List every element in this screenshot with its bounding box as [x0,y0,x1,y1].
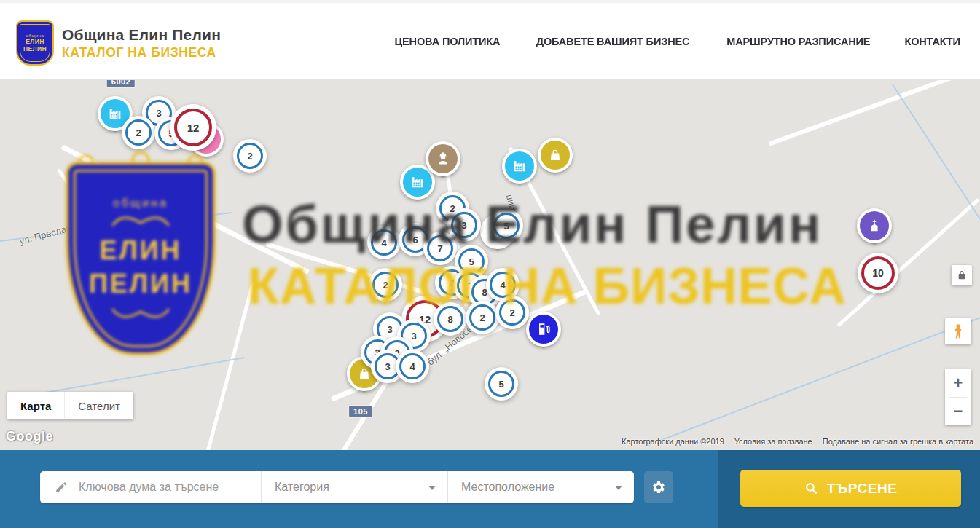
cluster-count: 5 [493,213,520,239]
pin-marker-bag[interactable] [538,138,573,173]
watermark-title: Община Елин Пелин [242,194,823,254]
map-type-satellite-button[interactable]: Сателит [64,392,133,419]
brand-text: Община Елин Пелин КАТАЛОГ НА БИЗНЕСА [62,26,221,60]
cluster-count: 8 [437,306,463,332]
cluster-count: 2 [125,119,152,146]
chevron-down-icon [615,486,622,490]
cluster-marker[interactable]: 4 [396,350,429,383]
pin-marker-church[interactable] [857,208,892,243]
site-subtitle: КАТАЛОГ НА БИЗНЕСА [62,45,221,60]
map-type-map-button[interactable]: Карта [7,392,64,419]
waterway-line [648,314,980,446]
pegman-icon [949,323,967,340]
map-canvas[interactable]: ул. Преславбул. „Новоселции“6002105 3251… [0,80,980,450]
cluster-marker[interactable]: 5 [490,209,523,243]
pin-marker-fuel[interactable] [526,312,561,347]
cluster-marker[interactable]: 10 [858,253,898,293]
keyword-field[interactable] [40,471,261,503]
brand[interactable]: община ЕЛИН ПЕЛИН Община Елин Пелин КАТА… [16,20,221,66]
waterway-line [892,84,980,237]
search-button-label: ТЪРСЕНЕ [827,481,898,497]
pin-head [502,149,537,184]
cluster-marker[interactable]: 7 [423,232,457,265]
cluster-marker[interactable]: 2 [233,139,267,173]
pin-marker-factory[interactable] [502,149,537,184]
nav-item-4[interactable]: КОНТАКТИ [904,35,960,48]
cluster-count: 5 [488,371,514,397]
chevron-down-icon [428,486,436,490]
fuel-icon [529,315,558,344]
nav-item-3[interactable]: МАРШРУТНО РАЗПИСАНИЕ [726,35,870,48]
zoom-control: + − [945,369,971,425]
road-line [768,80,980,146]
location-select[interactable]: Местоположение [447,471,634,503]
search-button[interactable]: ТЪРСЕНЕ [740,470,961,507]
lock-icon [956,269,968,281]
attribution-link[interactable]: Условия за ползване [731,437,816,446]
pin-head [526,312,561,347]
cluster-count: 10 [861,256,895,290]
pin-head [538,138,573,173]
zoom-in-button[interactable]: + [945,369,971,397]
google-logo[interactable]: Google [6,429,53,444]
nav-item-2[interactable]: ДОБАВЕТЕ ВАШИЯТ БИЗНЕС [536,35,690,48]
main-nav: ЦЕНОВА ПОЛИТИКАДОБАВЕТЕ ВАШИЯТ БИЗНЕСМАР… [391,3,962,80]
attribution-link[interactable]: Подаване на сигнал за грешка в картата [819,437,977,446]
street-label: ул. Преслав [18,222,72,246]
municipality-logo: община ЕЛИН ПЕЛИН [16,20,54,66]
road-line [60,144,310,275]
map-type-toggle: Карта Сателит [7,392,133,419]
pin-head [857,208,892,243]
gear-icon [651,480,666,494]
cluster-marker[interactable]: 2 [466,301,499,334]
pencil-icon [55,481,68,494]
cluster-count: 2 [372,272,399,298]
cluster-count: 4 [399,353,426,379]
cluster-count: 2 [499,299,525,326]
watermark-crest-name-1: ЕЛИН [99,236,181,265]
advanced-search-button[interactable] [644,471,673,503]
header: община ЕЛИН ПЕЛИН Община Елин Пелин КАТА… [0,0,980,80]
road-line [206,283,255,450]
worker-icon [428,144,458,173]
street-view-pegman[interactable] [945,318,971,344]
cluster-marker[interactable]: 4 [367,226,401,259]
map-attribution: Картографски данни ©2019Условия за ползв… [618,437,977,446]
cluster-marker[interactable]: 12 [170,104,216,151]
zoom-out-button[interactable]: − [945,398,971,425]
bag-icon [541,141,570,170]
cluster-marker[interactable]: 5 [485,367,518,401]
search-button-panel: ТЪРСЕНЕ [718,450,980,528]
cluster-marker[interactable]: 2 [369,268,402,302]
cluster-count: 2 [469,304,495,331]
nav-item-1[interactable]: ЦЕНОВА ПОЛИТИКА [395,35,501,48]
crest-name-2: ПЕЛИН [23,46,47,52]
crest-name-1: ЕЛИН [26,39,44,45]
road-number-shield: 105 [349,406,372,417]
search-icon [804,481,818,495]
search-bar: Категория Местоположение ТЪРСЕНЕ [0,450,980,528]
cluster-count: 4 [490,272,516,298]
cluster-count: 3 [451,212,477,238]
waterway-line [29,357,245,396]
search-fields: Категория Местоположение [40,471,634,503]
pin-marker-worker[interactable] [426,141,460,176]
site-title: Община Елин Пелин [62,26,221,44]
cluster-count: 7 [427,235,453,261]
lock-control[interactable] [952,265,972,285]
cluster-marker[interactable]: 2 [122,116,155,149]
church-icon [860,211,889,240]
category-select[interactable]: Категория [261,471,447,503]
location-value: Местоположение [461,481,554,494]
cluster-count: 4 [371,229,397,256]
category-value: Категория [275,481,329,494]
keyword-input[interactable] [77,480,248,494]
cluster-count: 12 [174,109,212,146]
road-number-shield: 6002 [107,80,135,87]
pin-head [426,141,460,176]
factory-icon [505,151,534,181]
cluster-count: 2 [237,143,263,169]
cluster-marker[interactable]: 2 [495,296,529,329]
cluster-marker[interactable]: 8 [434,302,467,336]
page: община ЕЛИН ПЕЛИН Община Елин Пелин КАТА… [0,0,980,528]
